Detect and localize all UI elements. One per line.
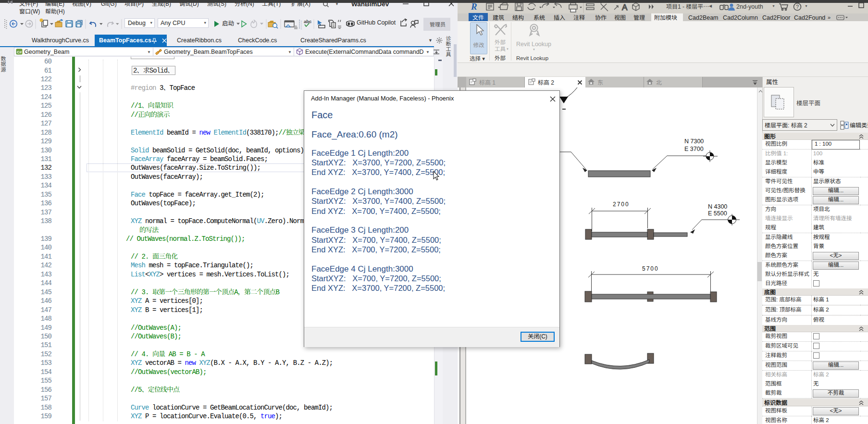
svg-text:R: R [471,1,477,12]
svg-text:E 5500: E 5500 [708,210,727,217]
svg-text:5700: 5700 [642,265,659,272]
svg-text:C#: C# [17,50,22,54]
svg-text:abc: abc [304,19,311,24]
svg-text:?: ? [796,4,799,10]
svg-text:N 4300: N 4300 [708,203,727,210]
svg-text:N 7300: N 7300 [684,138,704,145]
svg-text:A: A [622,3,628,12]
svg-text:2700: 2700 [613,201,630,208]
svg-text:E 3700: E 3700 [684,146,704,152]
